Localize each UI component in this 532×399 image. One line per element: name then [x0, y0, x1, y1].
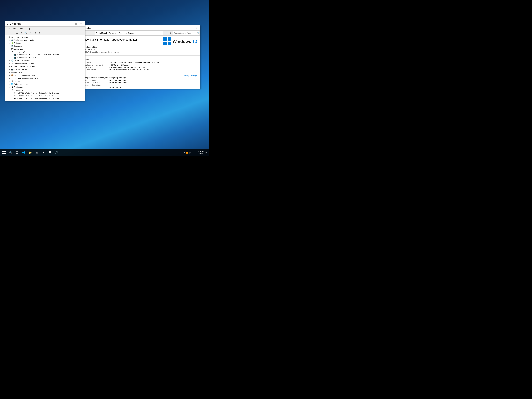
tree-item-keyboards[interactable]: ► ⌨ Keyboards [5, 71, 85, 74]
toolbar-scan[interactable]: 🔍 [24, 31, 28, 35]
system-panel-titlebar: 🖥 System − □ ✕ [80, 25, 200, 31]
tree-icon-memory-tech: 📦 [11, 74, 13, 77]
breadcrumb-control-panel[interactable]: Control Panel [96, 32, 107, 34]
taskbar-clock[interactable]: 10:52 AM 11/20/2022 [196, 150, 204, 155]
taskbar-volume-icon[interactable]: 🔊 [189, 152, 191, 153]
tree-item-imaging[interactable]: ► 📷 Imaging devices [5, 68, 85, 71]
tree-icon-audio: 🔊 [11, 39, 13, 41]
toolbar-extra[interactable]: ■ [33, 31, 37, 35]
tree-expand-cpu1 [11, 92, 13, 94]
device-manager-icon: 🖥 [6, 23, 9, 25]
tree-root[interactable]: ▼ 🖥 DESKTOP-H4PQN82 [5, 36, 85, 39]
processor-label: Processor: [83, 61, 109, 63]
ram-row: Installed memory (RAM): 4.00 GB (2.46 GB… [83, 64, 197, 66]
taskbar-mail[interactable]: ✉ [40, 149, 47, 157]
tree-item-cpu3[interactable]: ⚙ AMD A10-5750M APU with Radeon(tm) HD G… [5, 97, 85, 100]
tree-label-network: Network adapters [14, 83, 28, 85]
tree-item-amd-dual[interactable]: 📺 AMD Radeon HD 8650G + HD 8670M Dual Gr… [5, 53, 85, 56]
search-box[interactable]: 🔍 [173, 31, 199, 35]
tree-label-processors: Processors [14, 89, 23, 91]
breadcrumb-system[interactable]: System [128, 32, 134, 34]
breadcrumb-system-security[interactable]: System and Security [109, 32, 125, 34]
tree-label-monitors: Monitors [14, 80, 21, 82]
tree-item-ide[interactable]: ► 🖴 IDE ATA/ATAPI controllers [5, 65, 85, 68]
tree-expand-disk: ► [8, 48, 11, 50]
taskbar-chevron[interactable]: ∧ [184, 152, 185, 153]
address-field[interactable]: Control Panel › System and Security › Sy… [95, 31, 164, 35]
svg-rect-6 [164, 42, 167, 45]
full-computer-name-row: Full computer name: DESKTOP-H4PQN82 [83, 82, 197, 84]
taskbar-media[interactable]: 🎵 [53, 149, 60, 157]
start-button[interactable] [0, 149, 8, 157]
change-settings-link[interactable]: ⚙ Change settings [182, 75, 197, 77]
system-panel-title: System [85, 27, 185, 29]
menu-action[interactable]: Action [11, 27, 19, 30]
taskbar-explorer[interactable]: 📁 [27, 149, 34, 157]
tree-expand-processors: ▼ [8, 89, 11, 91]
tree-item-computer[interactable]: ► 💻 Computer [5, 44, 85, 47]
system-minimize-button[interactable]: − [185, 26, 189, 30]
close-button[interactable]: ✕ [79, 22, 83, 26]
menu-view[interactable]: View [19, 27, 25, 30]
tree-item-network[interactable]: ► 🌐 Network adapters [5, 83, 85, 86]
system-close-button[interactable]: ✕ [194, 26, 199, 30]
system-maximize-button[interactable]: □ [190, 26, 194, 30]
tree-expand-memory-tech: ► [8, 74, 11, 77]
tree-label-hid: Human Interface Devices [14, 63, 34, 64]
tree-item-cpu1[interactable]: ⚙ AMD A10-5750M APU with Radeon(tm) HD G… [5, 91, 85, 94]
toolbar-update[interactable]: ↻ [19, 31, 24, 35]
tree-item-cpu2[interactable]: ⚙ AMD A10-5750M APU with Radeon(tm) HD G… [5, 94, 85, 97]
tree-item-processors[interactable]: ▼ ⚙ Processors [5, 89, 85, 91]
menu-file[interactable]: File [6, 27, 11, 30]
taskbar-edge[interactable]: 🌐 [20, 149, 27, 157]
tree-icon-disk: 💾 [11, 48, 13, 50]
maximize-button[interactable]: □ [74, 22, 78, 26]
taskbar-display[interactable]: 🖥 [47, 149, 53, 157]
minimize-button[interactable]: − [69, 22, 74, 26]
toolbar-help[interactable]: ? [28, 31, 32, 35]
tree-item-display[interactable]: ▼ 🖥 Display adapters [5, 50, 85, 53]
menu-help[interactable]: Help [25, 27, 32, 30]
address-dropdown-button[interactable]: ↻ [169, 31, 173, 35]
toolbar-forward[interactable]: → [10, 31, 14, 35]
search-input[interactable] [173, 32, 197, 34]
svg-rect-4 [164, 38, 167, 41]
toolbar-properties[interactable]: ☰ [15, 31, 19, 35]
address-refresh-button[interactable]: ▼ [164, 31, 168, 35]
taskbar-notifications[interactable]: 💬 [205, 152, 207, 153]
svg-rect-10 [2, 153, 4, 154]
tree-label-keyboards: Keyboards [14, 71, 23, 73]
breadcrumb: Control Panel › System and Security › Sy… [96, 32, 134, 34]
tree-item-print[interactable]: ► 🖨 Print queues [5, 86, 85, 89]
tree-expand-cpu4 [11, 100, 13, 101]
windows-edition-row: Windows 10 Pro [83, 49, 197, 51]
tree-item-mice[interactable]: ► 🖱 Mice and other pointing devices [5, 77, 85, 80]
tree-icon-cpu4: ⚙ [13, 100, 16, 101]
tree-label-disk: Disk drives [14, 48, 23, 50]
toolbar-extra2[interactable]: ■ [38, 31, 42, 35]
tree-icon-keyboards: ⌨ [11, 71, 13, 74]
change-settings-label: Change settings [184, 75, 197, 77]
tree-item-monitors[interactable]: ► 🖥 Monitors [5, 80, 85, 83]
windows-word: Windows [173, 39, 191, 44]
tree-item-dvd[interactable]: ► 💿 DVD/CD-ROM drives [5, 59, 85, 62]
search-button[interactable]: 🔍 [197, 31, 200, 35]
tree-item-amd-8670[interactable]: 📺 AMD Radeon HD 8670M [5, 56, 85, 59]
tree-label-dvd: DVD/CD-ROM drives [14, 60, 31, 62]
tree-item-audio[interactable]: ► 🔊 Audio inputs and outputs [5, 39, 85, 42]
tree-item-batteries[interactable]: ► 🔋 Batteries [5, 42, 85, 44]
nav-forward-button[interactable]: → [86, 31, 89, 35]
device-manager-menubar: File Action View Help [5, 26, 85, 31]
tree-item-memory-tech[interactable]: ► 📦 Memory technology devices [5, 74, 85, 77]
toolbar-back[interactable]: ← [6, 31, 10, 35]
taskbar-store[interactable]: ⊞ [34, 149, 40, 157]
tree-expand-batteries: ► [8, 42, 11, 44]
tree-item-cpu4[interactable]: ⚙ AMD A10-5750M APU with Radeon(tm) HD G… [5, 100, 85, 101]
taskbar-task-view[interactable]: ❑ [14, 149, 20, 157]
address-bar: ← → ↑ Control Panel › System and Securit… [80, 31, 200, 36]
taskbar-search[interactable]: 🔍 [8, 149, 14, 156]
nav-up-button[interactable]: ↑ [90, 31, 94, 35]
workgroup-label: Workgroup: [83, 87, 109, 89]
tree-item-hid[interactable]: ► 🖱 Human Interface Devices [5, 62, 85, 65]
tree-item-disk[interactable]: ► 💾 Disk drives [5, 47, 85, 50]
